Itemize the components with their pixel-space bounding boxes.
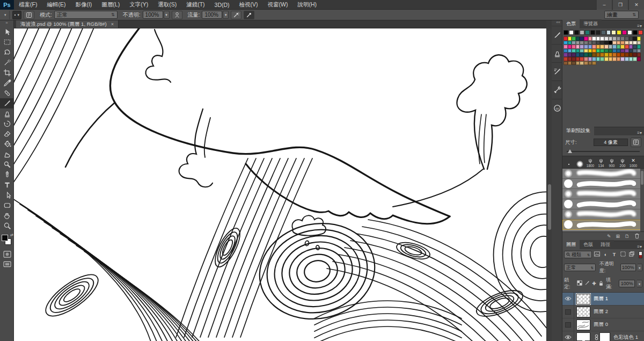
swatch-r5-c3[interactable] <box>572 53 576 57</box>
menu-item-4[interactable]: 圖層(L) <box>97 0 125 10</box>
swatch-r7-c5[interactable] <box>580 61 584 66</box>
hand-tool-icon[interactable] <box>0 211 14 221</box>
swatch-r1-c8[interactable] <box>592 37 596 41</box>
brush-tip-5[interactable]: ψ900 <box>606 157 617 168</box>
flow-caret[interactable]: ▾ <box>223 11 229 19</box>
recent-swatch-12[interactable] <box>622 30 627 35</box>
smudge-tool-icon[interactable] <box>0 149 14 159</box>
restore-button[interactable]: ❐ <box>613 0 628 10</box>
recent-swatch-7[interactable] <box>596 30 601 35</box>
pressure-opacity-button[interactable] <box>172 11 182 19</box>
swatch-r4-c17[interactable] <box>629 49 633 53</box>
brush-tip-7[interactable]: ✕1000 <box>628 157 639 168</box>
minimize-button[interactable]: – <box>597 0 612 10</box>
dodge-tool-icon[interactable] <box>0 159 14 170</box>
swatch-r7-c4[interactable] <box>576 61 580 66</box>
layer-mask-thumbnail[interactable] <box>599 332 610 341</box>
swatch-r3-c5[interactable] <box>580 45 584 49</box>
brush-preset-row-6[interactable] <box>562 220 644 230</box>
swatch-r3-c2[interactable] <box>568 45 572 49</box>
swatch-r3-c3[interactable] <box>572 45 576 49</box>
swatch-r3-c9[interactable] <box>596 45 601 49</box>
swatch-r4-c4[interactable] <box>576 49 580 53</box>
swatch-r5-c6[interactable] <box>584 53 588 57</box>
swatch-r5-c15[interactable] <box>620 53 625 57</box>
swatch-r2-c14[interactable] <box>617 41 621 45</box>
eraser-tool-icon[interactable] <box>0 129 14 139</box>
swatch-r4-c14[interactable] <box>617 49 621 53</box>
swatch-r6-c17[interactable] <box>629 57 633 61</box>
swatch-r2-c2[interactable] <box>568 41 572 45</box>
swatch-r5-c18[interactable] <box>633 53 637 57</box>
swatch-r5-c8[interactable] <box>592 53 596 57</box>
swap-colors-icon[interactable]: ⇄ <box>10 233 13 237</box>
brush-panel-icon[interactable] <box>552 26 562 44</box>
swatch-r5-c14[interactable] <box>617 53 621 57</box>
swatch-r7-c3[interactable] <box>572 61 576 66</box>
swatch-r5-c12[interactable] <box>609 53 613 57</box>
tab-swatches[interactable]: 色票 <box>562 19 580 28</box>
stamp-tool-icon[interactable] <box>0 108 14 119</box>
swatch-r2-c13[interactable] <box>612 41 617 45</box>
swatch-r2-c17[interactable] <box>629 41 633 45</box>
airbrush-toggle-pressed[interactable] <box>244 11 254 19</box>
swatch-r2-c10[interactable] <box>600 41 604 45</box>
visibility-toggle[interactable] <box>562 306 574 318</box>
swatch-r5-c16[interactable] <box>625 53 629 57</box>
swatch-r3-c4[interactable] <box>576 45 580 49</box>
panel-menu-icon[interactable]: ≡▾ <box>637 130 644 135</box>
swatch-r6-c7[interactable] <box>588 57 592 61</box>
swatch-r2-c8[interactable] <box>592 41 596 45</box>
swatch-r5-c2[interactable] <box>568 53 572 57</box>
blend-mode-select[interactable]: 正常⇅ <box>54 11 118 19</box>
swatch-r6-c15[interactable] <box>620 57 625 61</box>
recent-swatch-11[interactable] <box>617 30 621 35</box>
swatch-r4-c12[interactable] <box>609 49 613 53</box>
swatch-r7-c8[interactable] <box>592 61 596 66</box>
filter-smart-object-icon[interactable] <box>628 251 635 258</box>
swatch-r4-c16[interactable] <box>625 49 629 53</box>
swatch-r3-c10[interactable] <box>600 45 604 49</box>
tab-brush-presets[interactable]: 筆刷預設集 <box>562 126 594 135</box>
swatch-r6-c14[interactable] <box>617 57 621 61</box>
pathselect-tool-icon[interactable] <box>0 190 14 200</box>
visibility-toggle[interactable] <box>562 293 574 306</box>
swatch-r2-c12[interactable] <box>609 41 613 45</box>
recent-swatch-14[interactable] <box>633 30 638 35</box>
caret-icon[interactable]: ▾ <box>638 264 642 271</box>
tab-channels[interactable]: 色版 <box>580 240 597 249</box>
brush-preset-row-3[interactable] <box>562 189 644 199</box>
brush-preset-row-2[interactable] <box>562 179 644 189</box>
swatch-r2-c4[interactable] <box>576 41 580 45</box>
swatch-r1-c7[interactable] <box>588 37 592 41</box>
layer-row-3[interactable]: 圖層 0 <box>562 318 644 331</box>
swatch-r3-c18[interactable] <box>633 45 637 49</box>
swatch-r6-c1[interactable] <box>564 57 568 61</box>
brush-tip-4[interactable]: ψ134 <box>596 157 606 168</box>
menu-item-3[interactable]: 影像(I) <box>70 0 97 10</box>
swatch-r1-c11[interactable] <box>604 37 609 41</box>
layer-filter-kind-select[interactable]: 種類 ⇅ <box>564 251 592 258</box>
swatch-r4-c18[interactable] <box>633 49 637 53</box>
swatch-r1-c17[interactable] <box>629 37 633 41</box>
swatch-r4-c15[interactable] <box>620 49 625 53</box>
crop-tool-icon[interactable] <box>0 68 14 78</box>
layer-thumbnail[interactable] <box>576 307 590 317</box>
swatch-r4-c6[interactable] <box>584 49 588 53</box>
brush-list-scrollbar[interactable] <box>640 169 644 232</box>
dock-collapse-icon[interactable]: «« <box>552 20 562 26</box>
recent-swatch-8[interactable] <box>601 30 606 35</box>
swatch-r7-c7[interactable] <box>588 61 592 66</box>
swatch-r5-c1[interactable] <box>564 53 568 57</box>
lock-pixels-brush-icon[interactable] <box>584 280 590 287</box>
brush-tip-6[interactable]: ψ200 <box>617 157 628 168</box>
quick-mask-button[interactable] <box>0 249 14 259</box>
swatch-r2-c5[interactable] <box>580 41 584 45</box>
swatch-r4-c9[interactable] <box>596 49 601 53</box>
brush-preset-row-1[interactable] <box>562 169 644 179</box>
recent-swatch-13[interactable] <box>627 30 632 35</box>
swatch-r5-c17[interactable] <box>629 53 633 57</box>
open-preset-icon[interactable]: ⊞ <box>616 234 620 239</box>
tab-navigator[interactable]: 導覽器 <box>580 19 602 28</box>
panel-menu-icon[interactable]: ≡▾ <box>637 244 644 249</box>
